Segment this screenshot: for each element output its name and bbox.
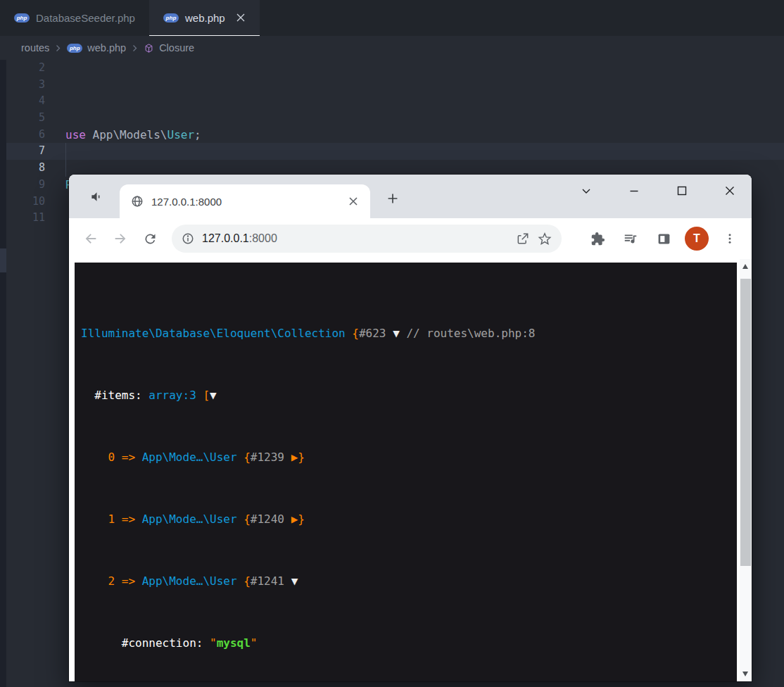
toggle-icon[interactable]: ▼ — [393, 327, 400, 340]
breadcrumb: routes php web.php Closure — [0, 36, 784, 60]
scrollbar-up-arrow-icon[interactable] — [742, 264, 748, 269]
close-tab-icon[interactable] — [348, 196, 359, 207]
php-file-icon: php — [14, 13, 30, 23]
browser-tab-strip: 127.0.0.1:8000 — [69, 175, 752, 218]
url-host: 127.0.0.1 — [202, 232, 249, 244]
gutter-marker — [0, 248, 6, 272]
url-port: :8000 — [249, 232, 277, 244]
extensions-puzzle-icon[interactable] — [586, 227, 609, 251]
forward-icon[interactable] — [108, 227, 132, 251]
line-number: 9 — [0, 177, 45, 194]
bookmark-star-icon[interactable] — [538, 232, 552, 246]
line-number: 3 — [0, 77, 45, 94]
line-number: 4 — [0, 93, 45, 110]
editor-tab[interactable]: php web.php — [149, 0, 260, 36]
line-number: 11 — [0, 210, 45, 227]
breadcrumb-item-file[interactable]: web.php — [87, 42, 126, 53]
dump-line: 2 => App\Mode…\User {#1241 ▼ — [81, 574, 737, 589]
browser-tab-title: 127.0.0.1:8000 — [151, 196, 340, 208]
code-row: 6 Route::get('/', function () { — [0, 127, 784, 144]
php-file-icon: php — [163, 13, 179, 23]
code-row: 5 — [0, 110, 784, 127]
editor-tab-label: DatabaseSeeder.php — [36, 12, 135, 24]
browser-toolbar: 127.0.0.1:8000 — [69, 218, 752, 259]
editor-tab-bar: php DatabaseSeeder.php php web.php — [0, 0, 784, 36]
more-menu-icon[interactable] — [718, 227, 742, 251]
toggle-icon[interactable]: ▼ — [291, 574, 298, 588]
breadcrumb-item-routes[interactable]: routes — [21, 42, 49, 53]
breadcrumb-item-symbol[interactable]: Closure — [159, 42, 194, 53]
editor-tab-label: web.php — [185, 12, 225, 24]
line-number: 5 — [0, 110, 45, 127]
close-tab-icon[interactable] — [236, 13, 246, 23]
new-tab-icon[interactable] — [383, 189, 403, 208]
dump-line: 0 => App\Mode…\User {#1239 ▶} — [81, 450, 737, 465]
screen: php DatabaseSeeder.php php web.php route… — [0, 0, 784, 687]
scrollbar-thumb[interactable] — [740, 279, 751, 566]
line-number: 7 — [0, 143, 45, 160]
editor-tab[interactable]: php DatabaseSeeder.php — [0, 0, 149, 36]
address-bar[interactable]: 127.0.0.1:8000 — [172, 225, 562, 253]
chevron-right-icon — [131, 44, 139, 52]
share-icon[interactable] — [516, 232, 530, 246]
reload-icon[interactable] — [138, 227, 162, 251]
window-controls — [578, 182, 738, 199]
editor-left-gutter-strip — [0, 60, 6, 687]
audio-speaker-icon[interactable] — [90, 190, 103, 203]
code-row: 3 use App\Models\User; — [0, 77, 784, 94]
back-icon[interactable] — [79, 227, 103, 251]
close-window-icon[interactable] — [721, 182, 738, 199]
dump-line: Illuminate\Database\Eloquent\Collection … — [81, 326, 737, 341]
media-playlist-icon[interactable] — [619, 227, 643, 251]
chevron-down-icon[interactable] — [578, 182, 595, 199]
side-panel-icon[interactable] — [652, 227, 676, 251]
dump-line: #items: array:3 [▼ — [81, 388, 737, 403]
line-number: 6 — [0, 127, 45, 144]
browser-window: 127.0.0.1:8000 — [69, 175, 752, 681]
code-row: 4 use Illuminate\Support\Facades\Route; — [0, 93, 784, 110]
line-number: 10 — [0, 194, 45, 210]
browser-tab[interactable]: 127.0.0.1:8000 — [120, 184, 370, 218]
browser-viewport: Illuminate\Database\Eloquent\Collection … — [69, 259, 752, 681]
scrollbar[interactable] — [740, 259, 752, 681]
profile-avatar[interactable]: T — [685, 227, 709, 251]
php-file-icon: php — [67, 44, 82, 53]
info-icon[interactable] — [182, 232, 194, 245]
globe-icon — [131, 195, 144, 208]
scrollbar-down-arrow-icon[interactable] — [742, 672, 748, 676]
minimize-icon[interactable] — [626, 182, 643, 199]
var-dump-output[interactable]: Illuminate\Database\Eloquent\Collection … — [75, 263, 737, 681]
url-text[interactable]: 127.0.0.1:8000 — [202, 232, 508, 245]
closure-symbol-icon — [144, 43, 154, 53]
toggle-icon[interactable]: ▼ — [210, 389, 217, 402]
code-row: 7 $users = User::whereIn('id', [1, 5, 8]… — [0, 143, 784, 160]
line-number: 8 — [0, 160, 45, 177]
line-number: 2 — [0, 60, 45, 77]
code-row: 2 — [0, 60, 784, 77]
dump-line: 1 => App\Mode…\User {#1240 ▶} — [81, 512, 737, 527]
chevron-right-icon — [54, 44, 62, 52]
maximize-icon[interactable] — [674, 182, 690, 199]
dump-line: #connection: "mysql" — [81, 636, 737, 651]
toolbar-right-icons: T — [586, 227, 742, 251]
